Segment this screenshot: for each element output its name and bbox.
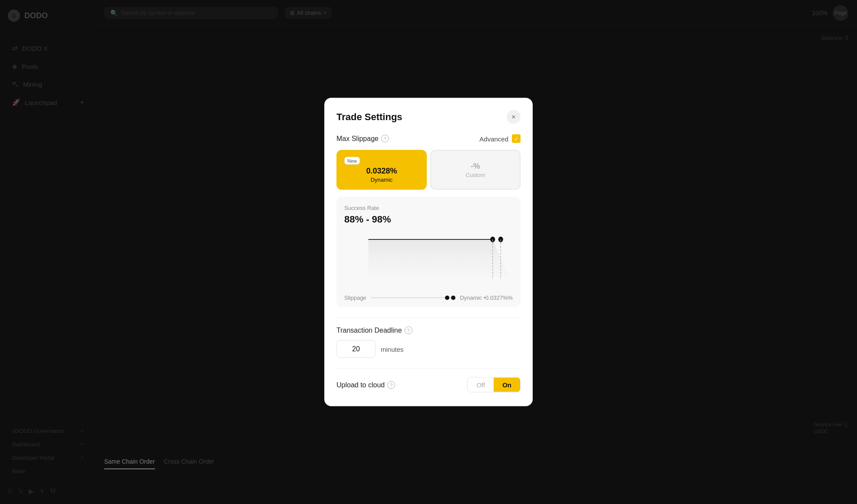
slippage-chart: [344, 230, 513, 291]
deadline-input-row: minutes: [336, 340, 521, 358]
svg-point-5: [498, 237, 503, 242]
success-rate-label: Success Rate: [344, 205, 513, 211]
slippage-slider-label: Slippage: [344, 295, 366, 301]
slippage-dynamic-type: Dynamic: [371, 177, 393, 183]
deadline-label-row: Transaction Deadline ?: [336, 327, 521, 334]
trade-settings-modal: Trade Settings × Max Slippage ? Advanced…: [324, 98, 533, 406]
divider-2: [336, 368, 521, 369]
advanced-checkbox[interactable]: ✓: [512, 134, 521, 143]
slider-dot-right: [451, 295, 455, 300]
slippage-custom-value: -%: [471, 162, 480, 171]
modal-header: Trade Settings ×: [336, 110, 521, 124]
slider-dot-left: [445, 295, 449, 300]
upload-toggle-group: Off On: [467, 377, 521, 393]
toggle-on-button[interactable]: On: [494, 378, 520, 392]
chart-section: Success Rate 88% - 98%: [336, 197, 521, 307]
slippage-label: Max Slippage ?: [336, 135, 389, 143]
deadline-input[interactable]: [336, 340, 376, 358]
slippage-header-row: Max Slippage ? Advanced ✓: [336, 134, 521, 143]
slippage-custom-type: Custom: [466, 172, 485, 178]
minutes-label: minutes: [381, 345, 404, 353]
chart-footer: Slippage Dynamic •0.0327%%: [344, 295, 513, 301]
slippage-help-icon[interactable]: ?: [381, 135, 389, 143]
upload-label-row: Upload to cloud ?: [336, 381, 395, 389]
advanced-label: Advanced: [479, 135, 508, 142]
divider-1: [336, 317, 521, 318]
advanced-row: Advanced ✓: [479, 134, 521, 143]
success-rate-value: 88% - 98%: [344, 214, 513, 225]
deadline-section: Transaction Deadline ? minutes: [336, 327, 521, 358]
slider-track[interactable]: [371, 297, 456, 298]
new-badge: New: [344, 157, 360, 165]
toggle-off-button[interactable]: Off: [468, 378, 494, 392]
chart-svg: [344, 230, 513, 291]
svg-point-4: [490, 237, 495, 242]
svg-marker-2: [368, 239, 508, 277]
slippage-dynamic-value: 0.0328%: [366, 167, 397, 176]
close-button[interactable]: ×: [507, 110, 521, 124]
slippage-option-custom[interactable]: -% Custom: [430, 150, 521, 190]
deadline-help-icon[interactable]: ?: [405, 327, 412, 334]
upload-help-icon[interactable]: ?: [387, 381, 395, 389]
upload-section: Upload to cloud ? Off On: [336, 377, 521, 393]
slippage-options: New 0.0328% Dynamic -% Custom: [336, 150, 521, 190]
modal-title: Trade Settings: [336, 111, 402, 123]
slippage-option-dynamic[interactable]: New 0.0328% Dynamic: [336, 150, 427, 190]
slider-values: Dynamic •0.0327%%: [460, 295, 513, 301]
